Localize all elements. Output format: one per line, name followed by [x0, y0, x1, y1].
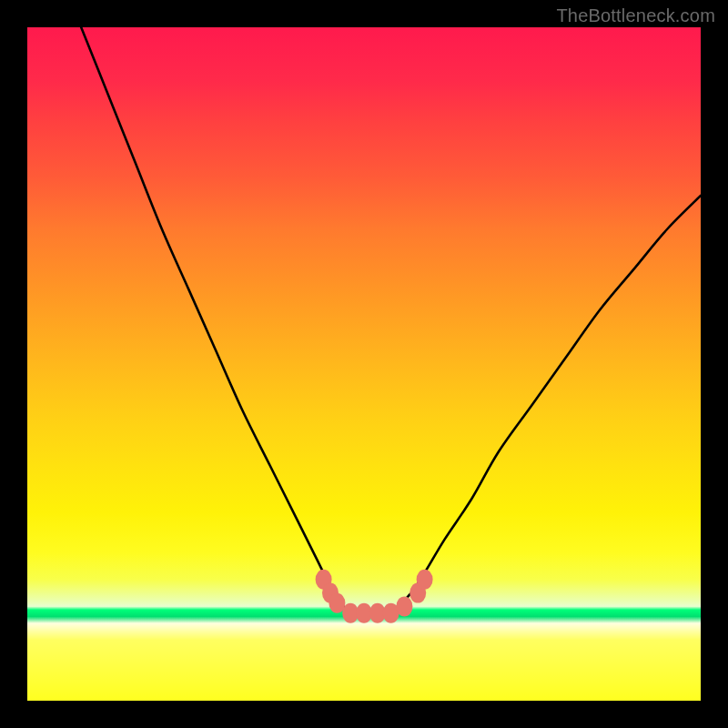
watermark-text: TheBottleneck.com — [556, 5, 715, 26]
chart-frame: TheBottleneck.com — [0, 0, 728, 728]
curve-marker — [396, 596, 412, 616]
chart-svg — [27, 27, 701, 701]
curve-marker — [417, 570, 433, 590]
chart-plot-area — [27, 27, 701, 701]
curve-line — [81, 27, 701, 613]
curve-markers — [316, 570, 433, 623]
